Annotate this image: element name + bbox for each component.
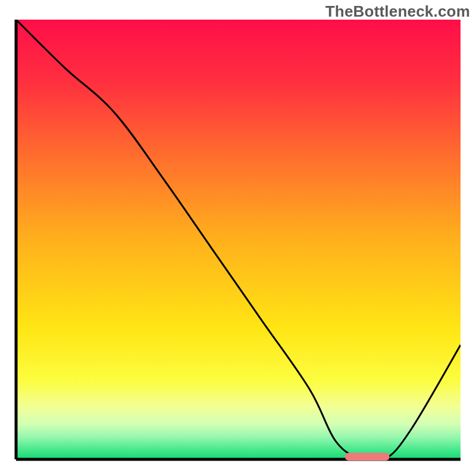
plot-background: [16, 20, 461, 459]
watermark-text: TheBottleneck.com: [325, 2, 470, 21]
bottleneck-chart: [0, 0, 476, 476]
optimal-zone-marker: [345, 453, 390, 461]
chart-container: TheBottleneck.com: [0, 0, 476, 476]
